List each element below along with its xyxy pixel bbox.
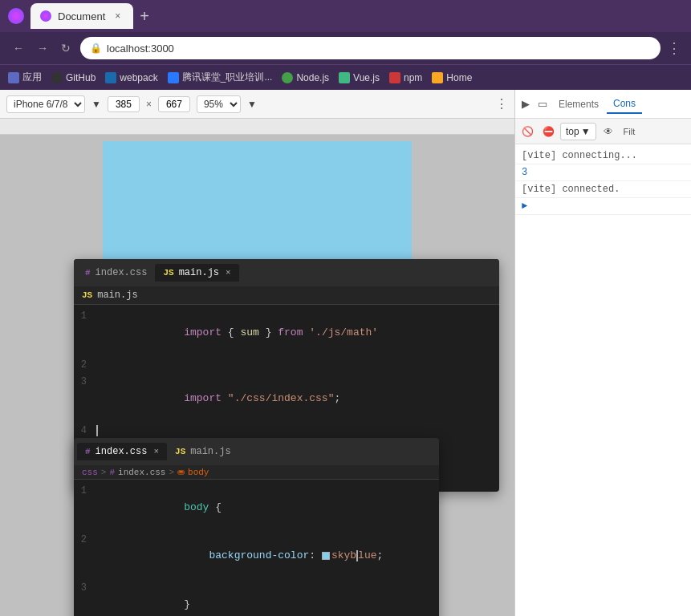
console-line-expand[interactable]: ► xyxy=(515,198,691,215)
console-line-vite-connected: [vite] connected. xyxy=(515,181,691,198)
main-js-title-text: main.js xyxy=(97,290,137,301)
apps-icon xyxy=(8,72,19,83)
bookmark-npm[interactable]: npm xyxy=(389,72,422,83)
bookmark-tencent-label: 腾讯课堂_职业培训... xyxy=(182,71,273,84)
main-area: iPhone 6/7/8 ▼ × 95% ▼ ⋮ # xyxy=(0,90,691,616)
device-toolbar-menu-icon[interactable]: ⋮ xyxy=(495,96,508,111)
index-css-code: 1 body { 2 background-color: skyblue; 3 xyxy=(74,480,439,616)
width-input[interactable] xyxy=(108,96,140,112)
bookmark-nodejs-label: Node.js xyxy=(296,72,329,83)
index-css-tab-active[interactable]: # index.css × xyxy=(77,443,167,460)
css-line-3: 3 } xyxy=(74,580,439,616)
main-js-close-button[interactable]: × xyxy=(226,268,231,278)
bookmark-apps[interactable]: 应用 xyxy=(8,71,42,84)
console-output: [vite] connecting... 3 [vite] connected.… xyxy=(515,144,691,616)
code-line-4: 4 xyxy=(74,423,499,440)
main-js-editor-title: JS main.js xyxy=(74,286,499,305)
bookmarks-bar: 应用 GitHub webpack 腾讯课堂_职业培训... Node.js V… xyxy=(0,64,691,90)
dim-x-separator: × xyxy=(146,99,152,110)
npm-icon xyxy=(389,72,400,83)
code-line-3: 3 import "./css/index.css"; xyxy=(74,374,499,423)
bookmark-webpack-label: webpack xyxy=(120,72,157,83)
lock-icon: 🔒 xyxy=(90,43,102,54)
code-line-2: 2 xyxy=(74,357,499,375)
bookmark-webpack[interactable]: webpack xyxy=(105,72,157,83)
bc-body-text: body xyxy=(188,468,209,477)
github-icon xyxy=(51,72,63,83)
context-selector[interactable]: top ▼ xyxy=(560,123,596,140)
bookmark-home[interactable]: Home xyxy=(432,72,472,83)
index-css-editor-tabs: # index.css × JS main.js xyxy=(74,438,439,465)
devtools-tab-bar: ▶ ▭ Elements Cons xyxy=(515,90,691,119)
device-toolbar: iPhone 6/7/8 ▼ × 95% ▼ ⋮ xyxy=(0,90,514,119)
js-lang-icon2: JS xyxy=(175,447,185,456)
dimension-separator-left: ▼ xyxy=(91,99,101,110)
bookmark-github-label: GitHub xyxy=(66,72,96,83)
devtools-elements-tab[interactable]: Elements xyxy=(552,95,605,113)
index-css-active-label: index.css xyxy=(96,446,148,457)
tencent-icon xyxy=(168,72,179,83)
main-js-title-icon: JS xyxy=(82,290,92,300)
ruler xyxy=(0,119,514,135)
tab-title: Document xyxy=(58,10,105,22)
webpack-icon xyxy=(105,72,116,83)
bc-sep2: > xyxy=(169,468,174,477)
browser-chrome: Document × + ← → ↻ 🔒 localhost:3000 ⋮ 应用… xyxy=(0,0,691,90)
bookmark-npm-label: npm xyxy=(404,72,422,83)
inspect-element-icon[interactable]: ▶ xyxy=(518,95,533,113)
main-js-tab-active[interactable]: JS main.js × xyxy=(155,264,238,282)
console-line-number: 3 xyxy=(515,164,691,181)
browser-viewport: iPhone 6/7/8 ▼ × 95% ▼ ⋮ # xyxy=(0,90,514,616)
css-lang-icon2: # xyxy=(85,447,91,456)
css-line-2: 2 background-color: skyblue; xyxy=(74,532,439,581)
eye-icon-button[interactable]: 👁 xyxy=(600,123,617,140)
context-chevron-icon: ▼ xyxy=(581,126,591,137)
code-line-1: 1 import { sum } from './js/math' xyxy=(74,308,499,357)
clear-console-button[interactable]: 🚫 xyxy=(518,123,536,140)
bookmark-home-label: Home xyxy=(446,72,472,83)
console-text-vite-connecting: [vite] connecting... xyxy=(522,150,637,161)
main-js-editor-tabs: # index.css JS main.js × xyxy=(74,259,499,286)
index-css-close-button[interactable]: × xyxy=(153,447,159,456)
nodejs-icon xyxy=(282,72,293,83)
bookmark-github[interactable]: GitHub xyxy=(51,72,96,83)
page-content-area: # index.css JS main.js × JS main.js xyxy=(0,135,514,616)
device-mode-icon[interactable]: ▭ xyxy=(535,95,551,113)
back-button[interactable]: ← xyxy=(10,40,27,56)
bookmark-nodejs[interactable]: Node.js xyxy=(282,72,329,83)
devtools-console-toolbar: 🚫 ⛔ top ▼ 👁 Filt xyxy=(515,119,691,144)
bookmark-vuejs-label: Vue.js xyxy=(353,72,380,83)
console-number-value: 3 xyxy=(522,167,527,178)
bookmark-apps-label: 应用 xyxy=(22,71,42,84)
tab-close-button[interactable]: × xyxy=(112,9,124,23)
css-lang-icon: # xyxy=(85,268,91,278)
address-bar: ← → ↻ 🔒 localhost:3000 ⋮ xyxy=(0,32,691,64)
active-tab[interactable]: Document × xyxy=(30,3,133,29)
new-tab-button[interactable]: + xyxy=(140,7,149,26)
filter-label: Filt xyxy=(620,125,639,138)
js-lang-icon: JS xyxy=(163,268,173,278)
tab-favicon-icon xyxy=(40,10,51,22)
index-css-tab-inactive[interactable]: # index.css xyxy=(77,264,155,282)
bookmark-tencent[interactable]: 腾讯课堂_职业培训... xyxy=(168,71,273,84)
block-requests-button[interactable]: ⛔ xyxy=(539,123,557,140)
browser-logo-icon xyxy=(8,8,24,24)
reload-button[interactable]: ↻ xyxy=(58,40,74,56)
bookmark-vuejs[interactable]: Vue.js xyxy=(339,72,380,83)
browser-menu-icon[interactable]: ⋮ xyxy=(667,39,681,57)
title-bar: Document × + xyxy=(0,0,691,32)
bc-css-text: css xyxy=(82,468,98,477)
main-js-tab-inactive[interactable]: JS main.js xyxy=(167,443,239,460)
zoom-selector[interactable]: 95% xyxy=(197,95,241,113)
bc-body-icon: ⛂ xyxy=(177,467,185,477)
index-css-editor: # index.css × JS main.js css > # index.c… xyxy=(74,438,439,616)
device-selector[interactable]: iPhone 6/7/8 xyxy=(6,95,85,113)
devtools-console-tab[interactable]: Cons xyxy=(607,95,642,114)
height-input[interactable] xyxy=(158,96,190,112)
devtools-panel: ▶ ▭ Elements Cons 🚫 ⛔ top ▼ 👁 Filt [vite… xyxy=(514,90,691,616)
url-bar[interactable]: 🔒 localhost:3000 xyxy=(80,37,661,59)
forward-button[interactable]: → xyxy=(34,40,51,56)
bc-sep1: > xyxy=(101,468,107,477)
console-line-vite-connecting: [vite] connecting... xyxy=(515,148,691,164)
zoom-chevron: ▼ xyxy=(247,99,257,110)
